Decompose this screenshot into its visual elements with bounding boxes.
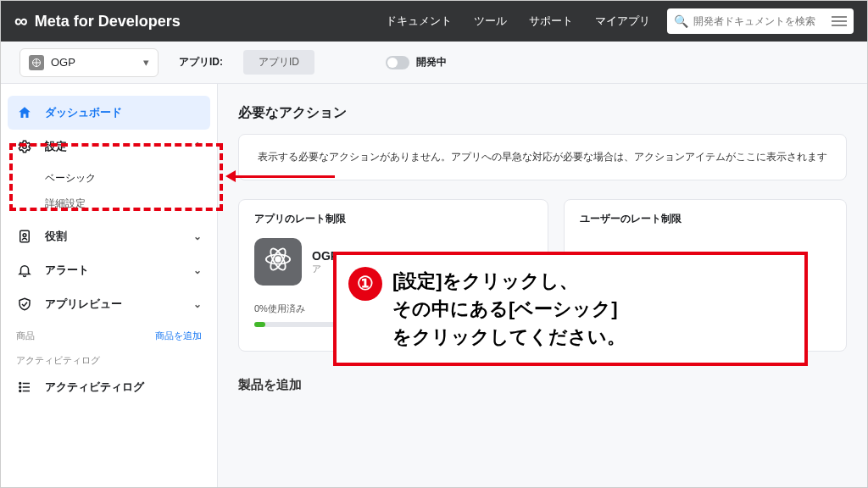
- search-icon: 🔍: [674, 14, 688, 28]
- sidebar-dashboard[interactable]: ダッシュボード: [8, 96, 210, 130]
- search-input[interactable]: [693, 15, 826, 27]
- gear-icon: [16, 138, 33, 155]
- sidebar-alerts-label: アラート: [45, 263, 89, 278]
- sidebar-settings[interactable]: 設定 ⌃: [1, 130, 217, 164]
- nav-tools[interactable]: ツール: [474, 14, 507, 29]
- badge-icon: [16, 228, 33, 245]
- user-rate-title: ユーザーのレート制限: [580, 212, 831, 226]
- app-selector-icon: [29, 55, 44, 70]
- sidebar-products-section: 商品 商品を追加: [1, 321, 217, 346]
- annotation-callout: ① [設定]をクリックし、 その中にある[ベーシック] をクリックしてください。: [333, 252, 808, 366]
- sub-header: OGP ▾ アプリID: アプリID 開発中: [1, 42, 867, 84]
- app-selector[interactable]: OGP ▾: [19, 48, 159, 77]
- list-icon: [16, 379, 33, 396]
- sidebar-settings-basic[interactable]: ベーシック: [45, 165, 217, 191]
- search-menu-icon[interactable]: [832, 16, 847, 26]
- annotation-text: [設定]をクリックし、 その中にある[ベーシック] をクリックしてください。: [392, 267, 626, 351]
- shield-icon: [16, 296, 33, 313]
- sidebar-appreview-label: アプリレビュー: [45, 297, 122, 312]
- sidebar-roles-label: 役割: [45, 229, 67, 244]
- annotation-arrow-head: [225, 170, 236, 182]
- add-products-heading: 製品を追加: [238, 377, 847, 393]
- nav-docs[interactable]: ドキュメント: [386, 14, 452, 29]
- chevron-down-icon: ⌄: [193, 264, 202, 276]
- app-rate-title: アプリのレート制限: [254, 212, 532, 226]
- sidebar-settings-advanced[interactable]: 詳細設定: [45, 191, 217, 216]
- sidebar: ダッシュボード 設定 ⌃ ベーシック 詳細設定 役割 ⌄: [1, 84, 218, 487]
- svg-point-7: [275, 257, 281, 262]
- svg-point-6: [19, 391, 21, 392]
- svg-point-3: [23, 234, 26, 237]
- products-add-link[interactable]: 商品を追加: [155, 330, 202, 342]
- dev-mode-row: 開発中: [386, 55, 447, 69]
- no-actions-card: 表示する必要なアクションがありません。アプリへの早急な対応が必要な場合は、アクシ…: [238, 134, 847, 180]
- top-nav: ドキュメント ツール サポート マイアプリ: [386, 14, 650, 29]
- chevron-down-icon: ⌄: [193, 230, 202, 242]
- annotation-arrow: [235, 175, 335, 178]
- svg-point-1: [23, 145, 27, 149]
- nav-myapps[interactable]: マイアプリ: [595, 14, 650, 29]
- products-label: 商品: [16, 330, 35, 342]
- app-selector-name: OGP: [51, 56, 75, 69]
- app-id-label: アプリID:: [179, 55, 223, 69]
- sidebar-activity-log-label: アクティビティログ: [45, 380, 144, 395]
- dev-mode-toggle[interactable]: [386, 56, 409, 69]
- chevron-down-icon: ⌄: [193, 298, 202, 310]
- search-box[interactable]: 🔍: [667, 8, 854, 34]
- chevron-up-icon: ⌃: [193, 141, 202, 152]
- home-icon: [16, 104, 33, 121]
- sidebar-settings-label: 設定: [45, 139, 67, 154]
- nav-support[interactable]: サポート: [529, 14, 573, 29]
- chevron-down-icon: ▾: [143, 56, 149, 69]
- sidebar-alerts[interactable]: アラート ⌄: [1, 253, 217, 287]
- app-id-value[interactable]: アプリID: [243, 50, 314, 75]
- sidebar-appreview[interactable]: アプリレビュー ⌄: [1, 287, 217, 321]
- top-header: ∞ Meta for Developers ドキュメント ツール サポート マイ…: [1, 1, 867, 42]
- svg-point-4: [19, 383, 21, 385]
- required-actions-heading: 必要なアクション: [238, 104, 847, 122]
- meta-logo-icon: ∞: [14, 12, 28, 30]
- svg-point-5: [19, 386, 21, 388]
- dev-mode-label: 開発中: [416, 55, 447, 69]
- brand-text: Meta for Developers: [35, 13, 181, 30]
- annotation-step-badge: ①: [348, 267, 382, 301]
- bell-icon: [16, 262, 33, 279]
- app-thumb: [254, 238, 302, 286]
- sidebar-activity-section: アクティビティログ: [1, 346, 217, 370]
- brand: ∞ Meta for Developers: [14, 12, 369, 30]
- sidebar-settings-children: ベーシック 詳細設定: [1, 164, 217, 219]
- sidebar-dashboard-label: ダッシュボード: [45, 105, 122, 120]
- sidebar-activity-log[interactable]: アクティビティログ: [1, 370, 217, 404]
- sidebar-roles[interactable]: 役割 ⌄: [1, 219, 217, 253]
- atom-icon: [264, 245, 292, 280]
